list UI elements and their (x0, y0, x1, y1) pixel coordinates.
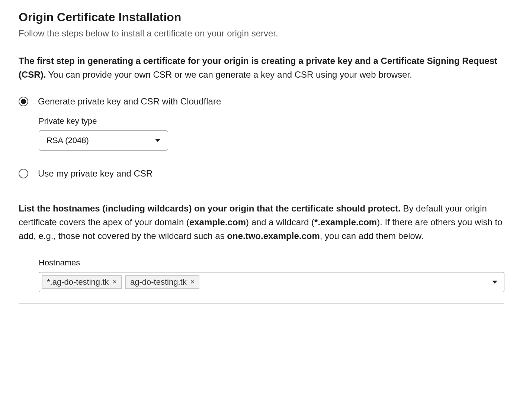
step2-description: List the hostnames (including wildcards)… (19, 201, 504, 243)
radio-own[interactable] (19, 169, 28, 178)
private-key-type-select[interactable]: RSA (2048) (39, 130, 168, 151)
hostname-tag[interactable]: ag-do-testing.tk × (125, 275, 199, 289)
chevron-down-icon (155, 139, 160, 142)
private-key-type-value: RSA (2048) (46, 136, 89, 145)
step2-bold3: *.example.com (314, 217, 377, 227)
radio-generate[interactable] (19, 97, 28, 106)
radio-generate-label: Generate private key and CSR with Cloudf… (38, 96, 221, 107)
step2-bold1: List the hostnames (including wildcards)… (19, 203, 401, 213)
hostnames-label: Hostnames (39, 258, 504, 268)
step1-description: The first step in generating a certifica… (19, 54, 504, 81)
page-title: Origin Certificate Installation (19, 10, 504, 24)
private-key-type-label: Private key type (39, 116, 504, 126)
hostnames-input[interactable]: *.ag-do-testing.tk × ag-do-testing.tk × (39, 272, 504, 292)
radio-own-row[interactable]: Use my private key and CSR (19, 168, 504, 179)
section-divider (19, 303, 504, 304)
radio-generate-row[interactable]: Generate private key and CSR with Cloudf… (19, 96, 504, 107)
hostname-tag-text: *.ag-do-testing.tk (47, 277, 109, 287)
step2-bold4: one.two.example.com (227, 231, 320, 241)
hostname-tag[interactable]: *.ag-do-testing.tk × (42, 275, 122, 289)
chevron-down-icon[interactable] (492, 281, 497, 284)
hostnames-block: Hostnames *.ag-do-testing.tk × ag-do-tes… (39, 258, 504, 292)
remove-tag-icon[interactable]: × (112, 278, 117, 286)
hostname-tag-text: ag-do-testing.tk (130, 277, 187, 287)
step2-text4: , you can add them below. (320, 231, 424, 241)
private-key-type-block: Private key type RSA (2048) (39, 116, 504, 151)
step2-text2: ) and a wildcard ( (246, 217, 314, 227)
step1-rest: You can provide your own CSR or we can g… (46, 70, 412, 80)
page-subtitle: Follow the steps below to install a cert… (19, 27, 504, 40)
remove-tag-icon[interactable]: × (190, 278, 195, 286)
section-divider (19, 190, 504, 190)
step2-bold2: example.com (189, 217, 246, 227)
radio-own-label: Use my private key and CSR (38, 168, 153, 179)
